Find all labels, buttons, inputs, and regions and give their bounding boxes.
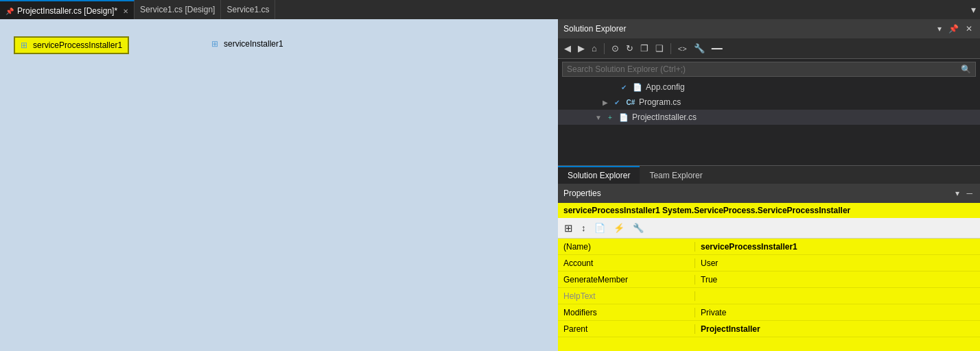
tab-label: Service1.cs [Design] [140,5,215,14]
component-icon: ⊞ [211,39,221,49]
copy2-button[interactable]: ❑ [653,42,666,55]
tree-container[interactable]: ✔ 📄 App.config ▶ ✔ C# Program.cs ▼ + 📄 P [558,80,980,165]
tab-overflow-button[interactable]: ▾ [967,0,980,19]
checkmark-icon: ✔ [618,84,629,91]
props-settings-btn[interactable]: 🔧 [631,222,646,234]
solution-explorer-title: Solution Explorer [563,24,626,34]
properties-title: Properties [563,189,601,198]
props-events-btn[interactable]: ⚡ [611,222,627,234]
props-sort-btn[interactable]: ↕ [579,222,588,234]
solution-explorer: Solution Explorer ▾ 📌 ✕ ◀ ▶ ⌂ ⊙ ↻ ❐ ❑ <> [558,19,980,184]
tab-service1-cs[interactable]: Service1.cs [221,0,275,19]
component-label: serviceProcessInstaller1 [33,40,122,50]
tab-label: ProjectInstaller.cs [Design]* [17,6,117,16]
component-serviceinstaller1[interactable]: ⊞ serviceInstaller1 [206,36,289,51]
sync-button[interactable]: ⊙ [609,42,621,55]
back-button[interactable]: ◀ [562,42,573,55]
copy1-button[interactable]: ❐ [638,42,651,55]
panel-close-icon[interactable]: ✕ [964,23,975,34]
main-area: ⊞ serviceProcessInstaller1 ⊞ serviceInst… [0,19,980,351]
props-row-name[interactable]: (Name) serviceProcessInstaller1 [558,239,980,255]
properties-panel: Properties ▾ ─ serviceProcessInstaller1 … [558,184,980,351]
tree-item-app-config[interactable]: ✔ 📄 App.config [558,80,980,95]
tab-service1-design[interactable]: Service1.cs [Design] [135,0,221,19]
props-copy-btn[interactable]: 📄 [592,222,607,234]
props-value-cell: User [695,258,723,268]
se-toolbar: ◀ ▶ ⌂ ⊙ ↻ ❐ ❑ <> 🔧 — [558,38,980,59]
pin-button[interactable]: — [710,41,725,56]
tab-team-explorer[interactable]: Team Explorer [640,166,712,184]
props-dropdown-icon[interactable]: ▾ [953,188,961,199]
props-name-cell: Modifiers [558,308,695,317]
props-row-helptext[interactable]: HelpText [558,288,980,304]
component-serviceprocessinstaller1[interactable]: ⊞ serviceProcessInstaller1 [14,36,129,54]
props-row-account[interactable]: Account User [558,255,980,271]
props-row-modifiers[interactable]: Modifiers Private [558,304,980,321]
panel-pin-icon[interactable]: 📌 [946,23,961,34]
props-value-cell: True [695,275,723,285]
csharp-icon: C# [625,99,636,106]
tree-item-program-cs[interactable]: ▶ ✔ C# Program.cs [558,95,980,110]
tab-solution-explorer[interactable]: Solution Explorer [558,166,640,184]
item-label: Program.cs [639,97,681,107]
search-icon: 🔍 [961,64,971,74]
tab-project-installer[interactable]: 📌 ProjectInstaller.cs [Design]* ✕ [0,0,135,19]
tab-pin-icon: 📌 [5,8,14,15]
forward-button[interactable]: ▶ [576,42,587,55]
expand-arrow: ▶ [602,99,609,106]
code-button[interactable]: <> [676,43,689,54]
right-panel: Solution Explorer ▾ 📌 ✕ ◀ ▶ ⌂ ⊙ ↻ ❐ ❑ <> [558,19,980,351]
expand-arrow: ▼ [595,114,602,121]
item-label: App.config [646,82,685,92]
checkmark-icon: ✔ [611,99,622,106]
props-toolbar: ⊞ ↕ 📄 ⚡ 🔧 [558,218,980,239]
plus-icon: + [605,114,616,121]
solution-explorer-header: Solution Explorer ▾ 📌 ✕ [558,19,980,38]
props-header-actions: ▾ ─ [953,188,975,199]
item-label: ProjectInstaller.cs [632,112,697,122]
props-object-bar: serviceProcessInstaller1 System.ServiceP… [558,203,980,218]
toolbar-separator-2 [670,43,671,54]
tab-bar: 📌 ProjectInstaller.cs [Design]* ✕ Servic… [0,0,980,19]
properties-header: Properties ▾ ─ [558,184,980,203]
settings-button[interactable]: 🔧 [692,42,707,55]
toolbar-separator-1 [604,43,605,54]
props-grid: (Name) serviceProcessInstaller1 Account … [558,239,980,351]
search-input[interactable] [567,64,961,74]
props-value-cell: serviceProcessInstaller1 [695,242,803,252]
props-pin-icon[interactable]: ─ [964,188,975,199]
file-icon: 📄 [618,113,629,122]
props-name-cell: HelpText [558,291,695,301]
props-value-cell: Private [695,308,732,317]
props-name-cell: Parent [558,324,695,334]
props-grid-btn[interactable]: ⊞ [562,221,575,235]
props-object-label: serviceProcessInstaller1 System.ServiceP… [563,206,850,215]
component-icon: ⊞ [21,40,30,50]
tab-close-icon[interactable]: ✕ [123,8,128,15]
props-name-cell: Account [558,258,695,268]
tab-label: Service1.cs [226,5,269,14]
se-search-container: 🔍 [562,62,976,77]
panel-dropdown-icon[interactable]: ▾ [935,23,944,34]
header-actions: ▾ 📌 ✕ [935,23,975,34]
refresh-button[interactable]: ↻ [624,42,635,55]
props-row-generatemember[interactable]: GenerateMember True [558,271,980,288]
props-name-cell: (Name) [558,242,695,252]
file-icon: 📄 [632,83,643,92]
props-row-parent[interactable]: Parent ProjectInstaller [558,321,980,337]
tree-item-project-installer[interactable]: ▼ + 📄 ProjectInstaller.cs [558,110,980,125]
design-canvas[interactable]: ⊞ serviceProcessInstaller1 ⊞ serviceInst… [0,19,558,351]
home-button[interactable]: ⌂ [590,42,599,55]
props-name-cell: GenerateMember [558,275,695,285]
props-value-cell: ProjectInstaller [695,324,766,334]
bottom-tabs: Solution Explorer Team Explorer [558,165,980,184]
component-label: serviceInstaller1 [224,39,283,49]
